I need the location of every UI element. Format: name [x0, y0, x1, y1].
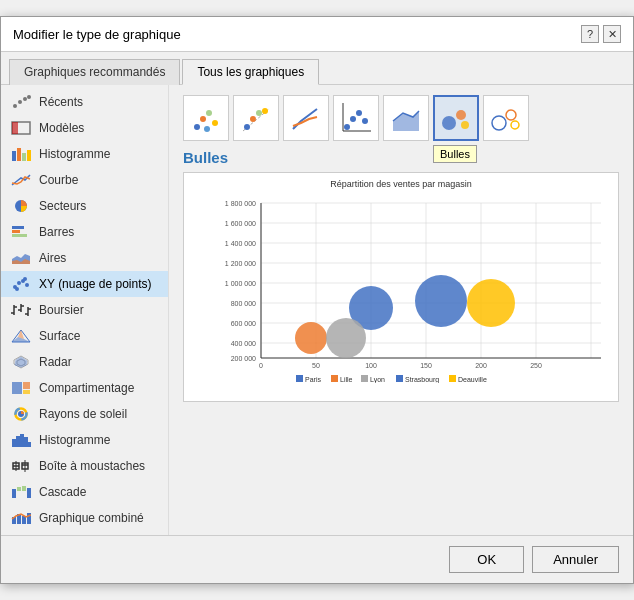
sidebar-item-boursier[interactable]: Boursier — [1, 297, 168, 323]
svg-rect-39 — [23, 390, 30, 394]
svg-text:Strasbourg: Strasbourg — [405, 376, 439, 383]
chart-icon-bubble1[interactable]: Bulles — [433, 95, 479, 141]
sidebar-item-boite[interactable]: Boîte à moustaches — [1, 453, 168, 479]
svg-rect-11 — [12, 226, 24, 229]
sidebar-label-radar: Radar — [39, 355, 72, 369]
pie-chart-icon — [11, 198, 31, 214]
sidebar-item-histogramme2[interactable]: Histogramme — [1, 427, 168, 453]
sidebar-label-histogramme2: Histogramme — [39, 433, 110, 447]
svg-rect-130 — [449, 375, 456, 382]
line-chart-icon — [11, 172, 31, 188]
sidebar-label-barres: Barres — [39, 225, 74, 239]
svg-point-21 — [23, 277, 27, 281]
chart-preview-title: Répartition des ventes par magasin — [190, 179, 612, 189]
svg-text:1 600 000: 1 600 000 — [225, 220, 256, 227]
preview-box: Répartition des ventes par magasin — [183, 172, 619, 402]
svg-point-83 — [506, 110, 516, 120]
sidebar-label-combine: Graphique combiné — [39, 511, 144, 525]
sidebar-item-xy[interactable]: XY (nuage de points) — [1, 271, 168, 297]
sidebar-label-cascade: Cascade — [39, 485, 86, 499]
sidebar-item-secteurs[interactable]: Secteurs — [1, 193, 168, 219]
sidebar-item-aires[interactable]: Aires — [1, 245, 168, 271]
tab-recommended[interactable]: Graphiques recommandés — [9, 59, 180, 85]
svg-point-1 — [18, 100, 22, 104]
radar-icon — [11, 354, 31, 370]
sidebar-item-surface[interactable]: Surface — [1, 323, 168, 349]
chart-icon-scatter1[interactable] — [183, 95, 229, 141]
sidebar-item-radar[interactable]: Radar — [1, 349, 168, 375]
svg-point-65 — [212, 120, 218, 126]
svg-point-79 — [442, 116, 456, 130]
sidebar-item-combine[interactable]: Graphique combiné — [1, 505, 168, 531]
svg-text:50: 50 — [312, 362, 320, 369]
svg-rect-124 — [331, 375, 338, 382]
help-button[interactable]: ? — [581, 25, 599, 43]
sidebar-item-modeles[interactable]: Modèles — [1, 115, 168, 141]
ok-button[interactable]: OK — [449, 546, 524, 573]
close-button[interactable]: ✕ — [603, 25, 621, 43]
svg-rect-126 — [361, 375, 368, 382]
recent-icon — [11, 94, 31, 110]
footer: OK Annuler — [1, 535, 633, 583]
sidebar-item-recents[interactable]: Récents — [1, 89, 168, 115]
chart-icon-scatter3[interactable] — [333, 95, 379, 141]
svg-text:1 400 000: 1 400 000 — [225, 240, 256, 247]
chart-icon-scatter2[interactable] — [233, 95, 279, 141]
svg-rect-9 — [27, 150, 31, 161]
svg-point-66 — [204, 126, 210, 132]
sidebar-item-compartimentage[interactable]: Compartimentage — [1, 375, 168, 401]
svg-rect-12 — [12, 230, 20, 233]
surface-icon — [11, 328, 31, 344]
svg-rect-46 — [24, 437, 28, 447]
svg-text:250: 250 — [530, 362, 542, 369]
sidebar-item-histogramme[interactable]: Histogramme — [1, 141, 168, 167]
sidebar-label-rayons: Rayons de soleil — [39, 407, 127, 421]
svg-text:1 000 000: 1 000 000 — [225, 280, 256, 287]
title-bar-buttons: ? ✕ — [581, 25, 621, 43]
svg-rect-56 — [22, 486, 26, 491]
svg-point-84 — [511, 121, 519, 129]
sidebar-label-surface: Surface — [39, 329, 80, 343]
svg-point-70 — [256, 110, 262, 116]
svg-rect-54 — [12, 489, 16, 498]
chart-preview: 1 800 000 1 600 000 1 400 000 1 200 000 … — [190, 193, 612, 383]
tab-all[interactable]: Tous les graphiques — [182, 59, 319, 85]
svg-rect-47 — [28, 442, 31, 447]
svg-rect-13 — [12, 234, 27, 237]
svg-point-121 — [467, 279, 515, 327]
svg-point-82 — [492, 116, 506, 130]
chart-icon-area1[interactable] — [383, 95, 429, 141]
svg-text:Paris: Paris — [305, 376, 321, 383]
svg-point-72 — [344, 124, 350, 130]
svg-point-120 — [415, 275, 467, 327]
chart-icon-bubble2[interactable] — [483, 95, 529, 141]
sidebar-item-rayons[interactable]: Rayons de soleil — [1, 401, 168, 427]
sidebar-label-xy: XY (nuage de points) — [39, 277, 152, 291]
sidebar-label-recents: Récents — [39, 95, 83, 109]
svg-rect-37 — [12, 382, 22, 394]
svg-point-63 — [200, 116, 206, 122]
svg-point-0 — [13, 104, 17, 108]
svg-text:400 000: 400 000 — [231, 340, 256, 347]
svg-rect-6 — [12, 151, 16, 161]
svg-point-62 — [194, 124, 200, 130]
main-area: Bulles Bulles Répartition des ventes par… — [169, 85, 633, 535]
svg-point-20 — [15, 287, 19, 291]
tooltip-bubble: Bulles — [433, 145, 477, 163]
svg-text:200 000: 200 000 — [231, 355, 256, 362]
sidebar-item-courbe[interactable]: Courbe — [1, 167, 168, 193]
svg-text:Deauville: Deauville — [458, 376, 487, 383]
chart-icon-line1[interactable] — [283, 95, 329, 141]
sidebar-label-aires: Aires — [39, 251, 66, 265]
svg-point-3 — [27, 95, 31, 99]
svg-rect-122 — [296, 375, 303, 382]
sidebar-item-cascade[interactable]: Cascade — [1, 479, 168, 505]
svg-point-118 — [295, 322, 327, 354]
dialog: Modifier le type de graphique ? ✕ Graphi… — [0, 16, 634, 584]
svg-point-74 — [356, 110, 362, 116]
sidebar-label-boursier: Boursier — [39, 303, 84, 317]
template-icon — [11, 120, 31, 136]
sidebar-item-barres[interactable]: Barres — [1, 219, 168, 245]
histogram-icon — [11, 432, 31, 448]
cancel-button[interactable]: Annuler — [532, 546, 619, 573]
